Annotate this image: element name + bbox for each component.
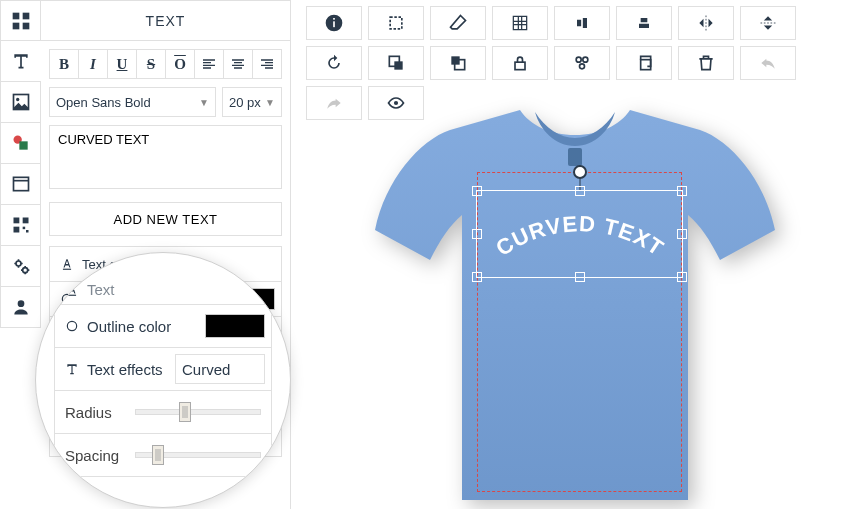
underline-button[interactable]: U	[108, 50, 137, 78]
rotate-handle[interactable]	[573, 165, 587, 179]
svg-point-15	[22, 268, 27, 273]
text-input[interactable]	[49, 125, 282, 189]
svg-rect-1	[22, 12, 29, 19]
svg-rect-0	[12, 12, 19, 19]
tab-settings[interactable]	[0, 246, 41, 287]
mag-effects-select[interactable]: Curved	[175, 354, 265, 384]
tab-shapes[interactable]	[0, 123, 41, 164]
mag-outline-row: Outline color	[54, 304, 272, 348]
align-right-button[interactable]	[253, 50, 281, 78]
mag-outline-swatch[interactable]	[205, 314, 265, 338]
flip-v-button[interactable]	[740, 6, 796, 40]
trash-icon	[696, 53, 716, 73]
reset-button[interactable]	[306, 46, 362, 80]
svg-rect-11	[13, 227, 19, 233]
svg-rect-28	[451, 56, 459, 64]
gears-icon	[11, 256, 31, 276]
erase-button[interactable]	[430, 6, 486, 40]
grid-icon	[510, 13, 530, 33]
grid-icon	[11, 11, 31, 31]
svg-point-30	[576, 57, 581, 62]
bring-front-button[interactable]	[430, 46, 486, 80]
svg-point-5	[16, 98, 19, 101]
mag-spacing-slider[interactable]	[135, 446, 261, 464]
shapes-icon	[11, 133, 31, 153]
tab-templates[interactable]	[0, 0, 41, 41]
text-icon	[11, 51, 31, 71]
group-button[interactable]	[554, 46, 610, 80]
outline-icon	[65, 319, 79, 333]
bold-button[interactable]: B	[50, 50, 79, 78]
tab-account[interactable]	[0, 287, 41, 328]
mag-radius-slider[interactable]	[135, 403, 261, 421]
mag-radius-label: Radius	[65, 404, 125, 421]
marquee-icon	[386, 13, 406, 33]
effects-icon	[65, 362, 79, 376]
send-back-button[interactable]	[368, 46, 424, 80]
tab-text[interactable]	[0, 41, 41, 82]
text-color-icon	[60, 257, 74, 271]
svg-rect-9	[13, 218, 19, 224]
svg-rect-8	[13, 177, 28, 190]
redo-button[interactable]	[306, 86, 362, 120]
delete-button[interactable]	[678, 46, 734, 80]
svg-rect-33	[641, 60, 651, 70]
align-h-button[interactable]	[554, 6, 610, 40]
tab-templates2[interactable]	[0, 164, 41, 205]
info-button[interactable]	[306, 6, 362, 40]
italic-button[interactable]: I	[79, 50, 108, 78]
flip-v-icon	[758, 13, 778, 33]
canvas-area: CURVED TEXT	[300, 0, 850, 509]
grid-button[interactable]	[492, 6, 548, 40]
font-size-select[interactable]: 20 px▼	[222, 87, 282, 117]
magnifier-lens: Text Outline color Text effects Curved R…	[35, 252, 291, 508]
svg-point-20	[67, 321, 76, 330]
group-icon	[572, 53, 592, 73]
mag-radius-row: Radius	[54, 390, 272, 434]
align-v-button[interactable]	[616, 6, 672, 40]
handle-tl[interactable]	[472, 186, 482, 196]
svg-point-16	[17, 300, 24, 307]
align-right-icon	[259, 56, 275, 72]
align-v-icon	[634, 13, 654, 33]
align-left-button[interactable]	[195, 50, 224, 78]
redo-icon	[324, 93, 344, 113]
overline-button[interactable]: O	[166, 50, 195, 78]
book-icon	[11, 174, 31, 194]
tab-qrcode[interactable]	[0, 205, 41, 246]
eraser-icon	[448, 13, 468, 33]
svg-rect-10	[22, 218, 28, 224]
duplicate-icon	[634, 53, 654, 73]
info-icon	[324, 13, 344, 33]
font-select[interactable]: Open Sans Bold▼	[49, 87, 216, 117]
lock-button[interactable]	[492, 46, 548, 80]
user-icon	[11, 297, 31, 317]
duplicate-button[interactable]	[616, 46, 672, 80]
curved-text-object[interactable]: CURVED TEXT	[476, 199, 683, 279]
tab-image[interactable]	[0, 82, 41, 123]
mag-effects-row: Text effects Curved	[54, 347, 272, 391]
mag-spacing-row: Spacing	[54, 433, 272, 477]
curved-text-content: CURVED TEXT	[491, 211, 668, 261]
svg-rect-26	[394, 61, 402, 69]
align-center-icon	[230, 56, 246, 72]
strike-button[interactable]: S	[137, 50, 166, 78]
undo-button[interactable]	[740, 46, 796, 80]
lock-icon	[510, 53, 530, 73]
selection-bbox[interactable]: CURVED TEXT	[476, 190, 683, 278]
handle-tr[interactable]	[677, 186, 687, 196]
add-text-button[interactable]: ADD NEW TEXT	[49, 202, 282, 236]
flip-h-button[interactable]	[678, 6, 734, 40]
mag-effects-label: Text effects	[87, 361, 163, 378]
align-center-button[interactable]	[224, 50, 253, 78]
left-tabs	[0, 0, 41, 509]
font-select-value: Open Sans Bold	[56, 95, 151, 110]
svg-rect-2	[12, 22, 19, 29]
handle-tm[interactable]	[575, 186, 585, 196]
svg-rect-24	[390, 17, 402, 29]
mag-text-row: Text	[54, 275, 272, 305]
chevron-down-icon: ▼	[199, 97, 209, 108]
svg-text:CURVED TEXT: CURVED TEXT	[491, 211, 668, 261]
qr-icon	[11, 215, 31, 235]
select-button[interactable]	[368, 6, 424, 40]
